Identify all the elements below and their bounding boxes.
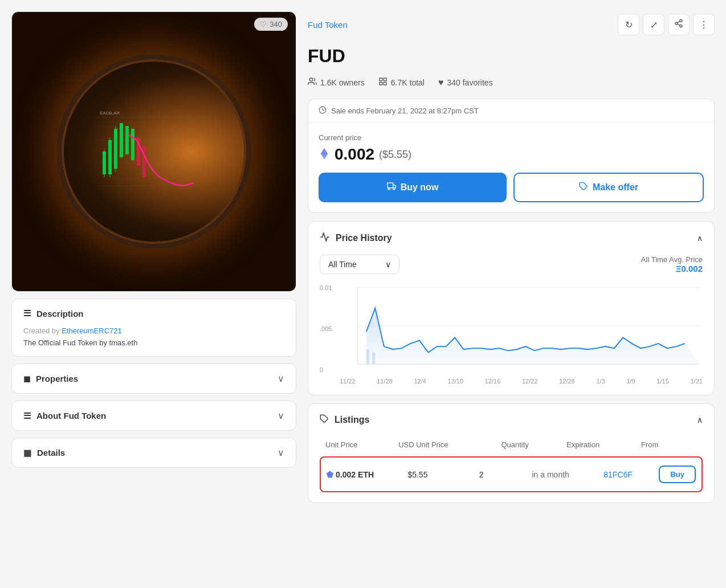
listings-content: Unit Price USD Unit Price Quantity Expir… bbox=[320, 436, 703, 492]
listing-eth-value: 0.002 bbox=[336, 470, 356, 479]
listings-header-row: Unit Price USD Unit Price Quantity Expir… bbox=[320, 436, 703, 454]
col-quantity: Quantity bbox=[495, 436, 561, 454]
details-header[interactable]: ▦ Details ∨ bbox=[23, 447, 284, 458]
buy-label: Buy now bbox=[401, 182, 439, 193]
external-button[interactable]: ⤢ bbox=[643, 14, 664, 35]
x-label-7: 12/28 bbox=[559, 378, 575, 385]
listing-buy-label: Buy bbox=[670, 470, 684, 479]
heart-icon: ♡ bbox=[260, 20, 267, 28]
collection-link[interactable]: Fud Token bbox=[308, 20, 348, 30]
price-history-header: Price History ∧ bbox=[320, 232, 703, 244]
price-usd: ($5.55) bbox=[379, 149, 411, 161]
listings-header: Listings ∧ bbox=[320, 414, 703, 426]
price-history-chevron-up: ∧ bbox=[697, 234, 703, 243]
more-button[interactable]: ⋮ bbox=[693, 14, 715, 35]
highlighted-listing-wrapper: 0.002 ETH $5.55 2 in a month 81FC6F bbox=[320, 456, 703, 492]
listing-from: 81FC6F bbox=[598, 458, 653, 491]
chart-container: 0.01 .005 0 bbox=[320, 283, 703, 374]
favorites-value: 340 favorites bbox=[447, 78, 492, 87]
header-actions: ↻ ⤢ ⋮ bbox=[618, 14, 715, 35]
offer-icon bbox=[579, 182, 588, 193]
price-chart-svg bbox=[320, 283, 703, 374]
right-header: Fud Token ↻ ⤢ ⋮ bbox=[308, 11, 715, 38]
about-card: ☰ About Fud Token ∨ bbox=[11, 401, 296, 431]
x-label-1: 11/22 bbox=[340, 378, 356, 385]
more-icon: ⋮ bbox=[699, 19, 708, 30]
stats-row: 1.6K owners 6.7K total ♥ 340 favorites bbox=[308, 75, 715, 91]
svg-point-22 bbox=[680, 25, 682, 27]
owners-value: 1.6K owners bbox=[320, 78, 365, 87]
details-title: Details bbox=[37, 448, 65, 458]
listings-card: Listings ∧ Unit Price USD Unit Price Qua… bbox=[308, 403, 715, 503]
col-expiration: Expiration bbox=[561, 436, 635, 454]
make-offer-button[interactable]: Make offer bbox=[513, 173, 704, 202]
x-label-8: 1/3 bbox=[596, 378, 605, 385]
nft-image-card: ♡ 340 bbox=[11, 11, 296, 292]
properties-title: Properties bbox=[36, 374, 78, 383]
listings-title-row: Listings bbox=[320, 414, 369, 426]
time-dropdown[interactable]: All Time ∨ bbox=[320, 255, 399, 274]
x-label-3: 12/4 bbox=[414, 378, 426, 385]
description-title: Description bbox=[36, 309, 84, 318]
chart-x-labels: 11/22 11/28 12/4 12/10 12/16 12/22 12/28… bbox=[320, 378, 703, 385]
listings-table: Unit Price USD Unit Price Quantity Expir… bbox=[320, 436, 703, 454]
refresh-button[interactable]: ↻ bbox=[618, 14, 639, 35]
nft-image: EADB,AR bbox=[12, 12, 296, 291]
listing-usd: $5.55 bbox=[402, 458, 473, 491]
right-panel: Fud Token ↻ ⤢ ⋮ FUD bbox=[308, 11, 715, 577]
heart-area[interactable]: ♡ 340 bbox=[254, 18, 288, 31]
total-icon bbox=[378, 77, 388, 88]
external-icon: ⤢ bbox=[650, 19, 658, 30]
eth-price-cell: 0.002 ETH bbox=[327, 470, 396, 479]
eth-diamond-icon bbox=[327, 471, 333, 478]
eth-logo bbox=[319, 148, 330, 161]
avg-value: Ξ0.002 bbox=[641, 264, 703, 273]
listing-row: 0.002 ETH $5.55 2 in a month 81FC6F bbox=[321, 458, 701, 491]
buy-now-button[interactable]: Buy now bbox=[319, 173, 507, 202]
listings-thead: Unit Price USD Unit Price Quantity Expir… bbox=[320, 436, 703, 454]
properties-icon: ◼ bbox=[23, 374, 30, 384]
svg-marker-32 bbox=[393, 185, 395, 187]
listing-from-link[interactable]: 81FC6F bbox=[603, 470, 633, 479]
about-header[interactable]: ☰ About Fud Token ∨ bbox=[23, 410, 284, 421]
svg-point-33 bbox=[388, 188, 390, 190]
creator-label: Created by bbox=[23, 326, 60, 335]
price-history-card: Price History ∧ All Time ∨ All Time Avg.… bbox=[308, 221, 715, 395]
creator-link[interactable]: EthereumERC721 bbox=[62, 326, 122, 335]
sale-card: Sale ends February 21, 2022 at 8:27pm CS… bbox=[308, 99, 715, 213]
nft-coin: EADB,AR bbox=[57, 55, 251, 248]
svg-rect-31 bbox=[387, 183, 393, 188]
listings-title: Listings bbox=[335, 415, 369, 425]
svg-rect-41 bbox=[372, 352, 375, 364]
price-display: 0.002 ($5.55) bbox=[319, 145, 704, 164]
refresh-icon: ↻ bbox=[625, 19, 633, 30]
svg-rect-15 bbox=[142, 146, 146, 177]
description-body: Created by EthereumERC721 The Official F… bbox=[23, 318, 284, 347]
svg-line-24 bbox=[678, 21, 680, 23]
y-label-3: 0 bbox=[320, 366, 340, 373]
listing-buy-cell: Buy bbox=[653, 458, 701, 491]
svg-point-21 bbox=[675, 22, 678, 24]
share-icon bbox=[674, 19, 683, 30]
properties-header[interactable]: ◼ Properties ∨ bbox=[23, 373, 284, 384]
share-button[interactable] bbox=[668, 14, 690, 35]
token-title: FUD bbox=[308, 46, 715, 67]
timer-icon bbox=[319, 106, 327, 116]
details-icon: ▦ bbox=[23, 448, 31, 458]
properties-chevron: ∨ bbox=[278, 373, 284, 384]
svg-rect-26 bbox=[380, 78, 382, 81]
svg-line-23 bbox=[678, 24, 680, 26]
price-history-content: All Time ∨ All Time Avg. Price Ξ0.002 0.… bbox=[320, 255, 703, 385]
chart-svg: EADB,AR bbox=[85, 83, 222, 220]
description-card: ☰ Description Created by EthereumERC721 … bbox=[11, 299, 296, 357]
description-header[interactable]: ☰ Description bbox=[23, 308, 284, 318]
total-value: 6.7K total bbox=[391, 78, 425, 87]
listings-icon bbox=[320, 414, 329, 426]
time-filter: All Time ∨ All Time Avg. Price Ξ0.002 bbox=[320, 255, 703, 274]
properties-card: ◼ Properties ∨ bbox=[11, 364, 296, 394]
details-card: ▦ Details ∨ bbox=[11, 438, 296, 468]
svg-point-25 bbox=[309, 78, 312, 81]
favorites-icon: ♥ bbox=[438, 77, 444, 88]
price-history-title: Price History bbox=[336, 233, 392, 243]
listing-buy-button[interactable]: Buy bbox=[659, 466, 696, 483]
